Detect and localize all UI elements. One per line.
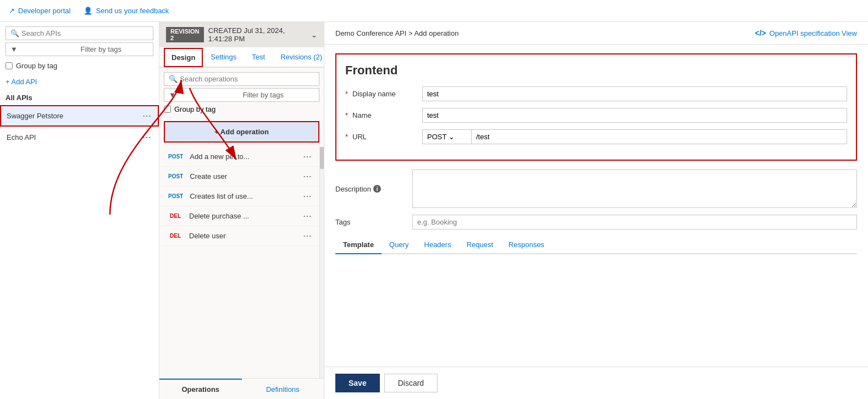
method-select-value: POST [427, 133, 446, 141]
api-name-echo: Echo API [7, 133, 36, 141]
ops-filter-label: Filter by tags [243, 91, 315, 99]
sub-tab-responses[interactable]: Responses [501, 236, 552, 254]
url-path-input[interactable] [472, 129, 847, 144]
bottom-tab-operations[interactable]: Operations [159, 379, 242, 399]
add-api-button[interactable]: + Add API [0, 73, 159, 90]
revision-badge: REVISION 2 [166, 27, 204, 42]
tab-revisions[interactable]: Revisions (2) [273, 47, 330, 68]
filter-tags-box[interactable]: ▼ Filter by tags [5, 42, 153, 56]
op-dots-3[interactable]: ⋯ [303, 211, 313, 221]
name-label: * Name [345, 111, 422, 119]
op-item-2[interactable]: POST Creates list of use... ⋯ [159, 187, 319, 206]
sub-tabs: Template Query Headers Request Responses [335, 236, 857, 254]
feedback-link[interactable]: 👤 Send us your feedback [84, 7, 169, 15]
save-button[interactable]: Save [335, 374, 380, 392]
op-item-1[interactable]: POST Create user ⋯ [159, 167, 319, 187]
openapi-link[interactable]: </> OpenAPI specification View [755, 29, 857, 37]
revision-chevron-icon[interactable]: ⌄ [311, 31, 317, 39]
method-badge-4: DEL [166, 232, 185, 240]
api-item-echo[interactable]: Echo API ⋯ [0, 127, 159, 148]
method-badge-1: POST [166, 172, 185, 181]
tabs-bar: Design Settings Test Revisions (2) Chang… [159, 47, 324, 68]
required-star-url: * [345, 133, 348, 141]
op-dots-0[interactable]: ⋯ [303, 151, 313, 162]
api-dots-echo[interactable]: ⋯ [142, 132, 152, 143]
op-dots-2[interactable]: ⋯ [303, 191, 313, 201]
add-api-label: + Add API [5, 78, 37, 86]
op-item-4[interactable]: DEL Delete user ⋯ [159, 226, 319, 246]
description-info-icon[interactable]: i [373, 185, 381, 193]
bottom-tabs: Operations Definitions [159, 378, 324, 399]
api-name-swagger: Swagger Petstore [7, 112, 63, 120]
ops-list-container: POST Add a new pet to... ⋯ POST Create u… [159, 147, 324, 378]
name-input[interactable] [422, 108, 847, 123]
ops-group-tag-checkbox[interactable] [164, 106, 171, 113]
op-item-3[interactable]: DEL Delete purchase ... ⋯ [159, 206, 319, 226]
api-dots-swagger[interactable]: ⋯ [142, 111, 152, 121]
developer-portal-label: Developer portal [18, 7, 70, 15]
developer-portal-link[interactable]: ↗ Developer portal [9, 7, 70, 15]
revision-date: CREATED Jul 31, 2024, 1:41:28 PM [208, 26, 307, 43]
revision-bar: REVISION 2 CREATED Jul 31, 2024, 1:41:28… [159, 22, 324, 47]
group-by-tag-label: Group by tag [16, 62, 57, 70]
right-content: Frontend * Display name * Name [324, 45, 868, 367]
openapi-icon: </> [755, 29, 766, 37]
filter-tags-label: Filter by tags [81, 45, 149, 53]
tab-settings[interactable]: Settings [203, 47, 244, 68]
group-by-tag-checkbox[interactable] [5, 62, 13, 69]
op-name-0: Add a new pet to... [190, 152, 249, 161]
display-name-row: * Display name [345, 86, 847, 101]
filter-icon: ▼ [10, 45, 79, 53]
ops-search-icon: 🔍 [169, 75, 178, 83]
scroll-track[interactable] [319, 147, 324, 378]
right-panel: Demo Conference API > Add operation </> … [324, 22, 868, 399]
op-name-1: Create user [190, 172, 227, 181]
search-apis-input[interactable] [21, 29, 148, 37]
description-textarea[interactable] [412, 170, 857, 208]
sidebar: 🔍 ▼ Filter by tags Group by tag + Add AP… [0, 22, 159, 399]
ops-search-box[interactable]: 🔍 [164, 72, 319, 86]
display-name-input[interactable] [422, 86, 847, 101]
required-star-display: * [345, 90, 348, 98]
method-badge-2: POST [166, 192, 185, 200]
method-badge-3: DEL [166, 212, 185, 220]
sub-tab-template[interactable]: Template [335, 236, 382, 254]
op-name-4: Delete user [189, 232, 225, 240]
ops-search-input[interactable] [180, 75, 314, 83]
tags-row: Tags [335, 215, 857, 229]
openapi-label: OpenAPI specification View [770, 29, 857, 37]
frontend-section: Frontend * Display name * Name [335, 53, 857, 161]
action-buttons: Save Discard [324, 367, 868, 399]
ops-list: POST Add a new pet to... ⋯ POST Create u… [159, 147, 319, 378]
op-name-3: Delete purchase ... [189, 212, 249, 220]
op-name-2: Creates list of use... [190, 192, 253, 200]
middle-panel: REVISION 2 CREATED Jul 31, 2024, 1:41:28… [159, 22, 324, 399]
search-apis-box[interactable]: 🔍 [5, 26, 153, 40]
main-layout: 🔍 ▼ Filter by tags Group by tag + Add AP… [0, 22, 868, 399]
all-apis-label: All APIs [0, 90, 159, 105]
scroll-thumb[interactable] [320, 147, 324, 169]
op-dots-1[interactable]: ⋯ [303, 171, 313, 182]
tab-design[interactable]: Design [164, 48, 203, 67]
method-select[interactable]: POST ⌄ [422, 129, 472, 144]
feedback-label: Send us your feedback [96, 7, 169, 15]
bottom-tab-definitions[interactable]: Definitions [242, 379, 324, 399]
ops-filter-box[interactable]: ▼ Filter by tags [164, 88, 319, 102]
ops-group-tag-row: Group by tag [164, 104, 319, 117]
url-label: * URL [345, 133, 422, 141]
ops-filter-icon: ▼ [169, 91, 241, 99]
add-operation-button[interactable]: + Add operation [164, 121, 319, 143]
sub-tab-headers[interactable]: Headers [417, 236, 459, 254]
tab-test[interactable]: Test [244, 47, 273, 68]
discard-button[interactable]: Discard [384, 374, 438, 392]
sub-tab-request[interactable]: Request [459, 236, 501, 254]
api-item-swagger-petstore[interactable]: Swagger Petstore ⋯ [0, 105, 159, 127]
display-name-label: * Display name [345, 90, 422, 98]
op-dots-4[interactable]: ⋯ [303, 231, 313, 241]
sub-tab-query[interactable]: Query [382, 236, 416, 254]
group-by-tag-row: Group by tag [0, 58, 159, 73]
op-item-0[interactable]: POST Add a new pet to... ⋯ [159, 147, 319, 167]
method-chevron-icon: ⌄ [449, 133, 455, 141]
ops-group-tag-label: Group by tag [174, 105, 215, 113]
tags-input[interactable] [412, 215, 857, 229]
